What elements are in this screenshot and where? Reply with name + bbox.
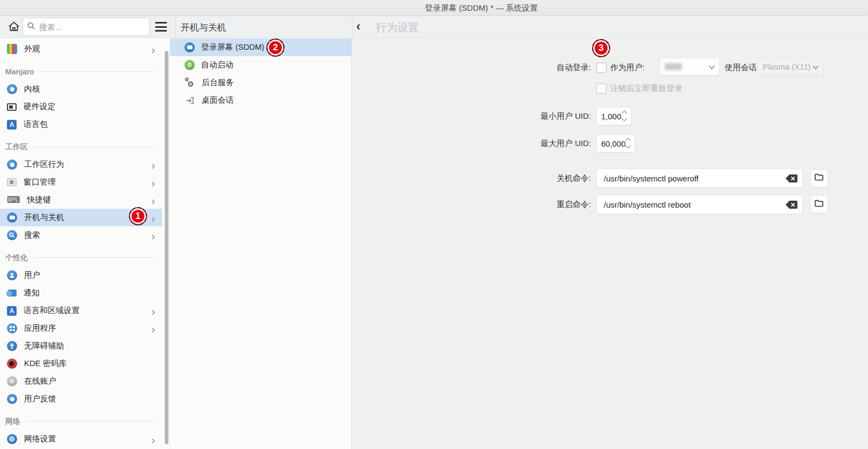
titlebar[interactable]: 登录屏幕 (SDDM) * — 系统设置 — [0, 0, 868, 16]
chevron-right-icon: › — [151, 43, 155, 55]
relogin-checkbox[interactable] — [596, 83, 606, 94]
list-item-background-services[interactable]: ⚙⚙ 后台服务 — [170, 74, 351, 92]
language-region-icon: A — [7, 306, 17, 316]
user-combobox-redacted-value — [665, 63, 682, 70]
users-icon — [7, 270, 17, 280]
reboot-command-label: 重启命令: — [489, 199, 591, 210]
chevron-right-icon: › — [151, 194, 155, 206]
step-badge-3: 3 — [592, 39, 610, 57]
menu-button[interactable] — [155, 21, 167, 32]
spin-up-icon[interactable] — [621, 110, 627, 116]
sidebar-item-shortcuts[interactable]: ⌨ 快捷键 › — [0, 191, 162, 209]
language-icon: A — [7, 120, 17, 130]
session-value: Plasma (X11) — [763, 62, 811, 71]
search-box[interactable] — [22, 18, 150, 36]
keyboard-icon: ⌨ — [7, 195, 20, 204]
category-list: 登录屏幕 (SDDM) ⚙ 自动启动 ⚙⚙ 后台服务 桌面会话 — [170, 38, 351, 449]
search-input[interactable] — [39, 22, 145, 32]
sidebar-item-language-packages[interactable]: A 语言包 — [0, 116, 162, 133]
spin-up-icon[interactable] — [625, 137, 631, 143]
sidebar-item-user-feedback[interactable]: 用户反馈 — [0, 390, 162, 408]
sidebar-item-accessibility[interactable]: 无障碍辅助 — [0, 337, 162, 355]
chevron-right-icon: › — [151, 433, 155, 445]
halt-command-input[interactable] — [604, 172, 781, 184]
relogin-label: 注销后立即重新登录 — [610, 82, 728, 94]
reboot-command-field[interactable] — [596, 195, 803, 214]
reboot-browse-button[interactable] — [810, 195, 828, 214]
sidebar-item-workspace-behavior[interactable]: 工作区行为 › — [0, 156, 162, 173]
hardware-icon — [7, 103, 17, 111]
folder-icon — [815, 173, 824, 183]
system-settings-window: { "titlebar": { "title": "登录屏幕 (SDDM) * … — [0, 0, 868, 449]
sddm-icon — [185, 42, 195, 52]
min-uid-input[interactable] — [601, 110, 621, 122]
step-badge-2: 2 — [266, 39, 285, 57]
accessibility-icon — [7, 341, 17, 351]
hamburger-icon — [155, 22, 167, 24]
search-icon — [27, 22, 35, 32]
home-button[interactable] — [6, 20, 21, 34]
list-item-desktop-session[interactable]: 桌面会话 — [170, 92, 351, 109]
halt-command-field[interactable] — [596, 169, 803, 188]
sidebar-item-users[interactable]: 用户 — [0, 267, 162, 284]
sidebar-item-window-management[interactable]: ⚙ 窗口管理 › — [0, 173, 162, 191]
sidebar-item-language-region[interactable]: A 语言和区域设置 › — [0, 302, 162, 319]
sidebar: 外观 › Manjaro 内核 硬件设定 A 语言包 工作区 工作区行为 › ⚙… — [0, 38, 170, 449]
chevron-right-icon: › — [151, 159, 155, 170]
list-item-autostart[interactable]: ⚙ 自动启动 — [170, 56, 351, 74]
session-label: 使用会话 — [725, 62, 762, 73]
panel-title: 行为设置 — [376, 20, 419, 35]
reboot-command-input[interactable] — [604, 199, 781, 210]
max-uid-label: 最大用户 UID: — [489, 138, 591, 149]
clear-text-icon[interactable] — [786, 174, 797, 182]
workspace-behavior-icon — [7, 159, 17, 170]
sidebar-item-search[interactable]: 搜索 › — [0, 226, 162, 244]
user-combobox[interactable] — [659, 58, 720, 75]
min-uid-spinbox[interactable] — [596, 107, 632, 125]
back-button[interactable]: ‹ — [356, 19, 367, 33]
sidebar-item-network-settings[interactable]: 网络设置 › — [0, 430, 162, 448]
kernel-icon — [7, 84, 17, 94]
notifications-icon — [8, 290, 17, 296]
session-combobox[interactable]: Plasma (X11) — [757, 58, 824, 75]
sidebar-section-manjaro: Manjaro — [0, 63, 170, 80]
window-management-icon: ⚙ — [7, 178, 17, 186]
sidebar-section-workspace: 工作区 — [0, 138, 170, 156]
sidebar-section-personalization: 个性化 — [0, 249, 170, 267]
network-icon — [7, 434, 17, 444]
band-separator — [175, 16, 176, 38]
search-settings-icon — [7, 230, 17, 240]
middle-column-title: 开机与关机 — [181, 21, 226, 34]
chevron-right-icon: › — [151, 323, 155, 334]
clear-text-icon[interactable] — [786, 201, 797, 209]
sidebar-scrollbar[interactable] — [165, 51, 168, 444]
appearance-icon — [7, 44, 17, 54]
startup-shutdown-icon — [7, 212, 17, 223]
spin-down-icon[interactable] — [625, 144, 631, 150]
behavior-settings-panel: 自动登录: 作为用户: 使用会话 Plasma (X11) 注销后立即重新登录 … — [352, 38, 868, 449]
sidebar-item-hardware-settings[interactable]: 硬件设定 — [0, 98, 162, 116]
sidebar-item-applications[interactable]: 应用程序 › — [0, 319, 162, 337]
services-icon: ⚙⚙ — [185, 78, 195, 88]
sidebar-item-kernel[interactable]: 内核 — [0, 80, 162, 98]
max-uid-spinbox[interactable] — [596, 134, 635, 153]
band-separator — [352, 16, 352, 38]
max-uid-input[interactable] — [601, 138, 625, 149]
sidebar-section-network: 网络 — [0, 413, 170, 430]
folder-icon — [815, 200, 824, 209]
spin-down-icon[interactable] — [621, 117, 627, 123]
autologin-checkbox[interactable] — [596, 63, 606, 73]
halt-command-label: 关机命令: — [489, 172, 591, 184]
sidebar-item-kde-wallet[interactable]: KDE 密码库 — [0, 355, 162, 372]
autostart-icon: ⚙ — [185, 60, 195, 70]
min-uid-label: 最小用户 UID: — [489, 110, 591, 122]
feedback-icon — [7, 394, 17, 404]
sidebar-item-appearance[interactable]: 外观 › — [0, 40, 162, 58]
chevron-right-icon: › — [151, 177, 155, 188]
list-item-login-screen-sddm[interactable]: 登录屏幕 (SDDM) — [170, 39, 351, 56]
window-title: 登录屏幕 (SDDM) * — 系统设置 — [425, 3, 538, 13]
halt-browse-button[interactable] — [810, 169, 828, 187]
sidebar-item-online-accounts[interactable]: ⚙ 在线账户 — [0, 372, 162, 390]
sidebar-item-notifications[interactable]: 通知 — [0, 284, 162, 302]
chevron-right-icon: › — [151, 212, 155, 223]
